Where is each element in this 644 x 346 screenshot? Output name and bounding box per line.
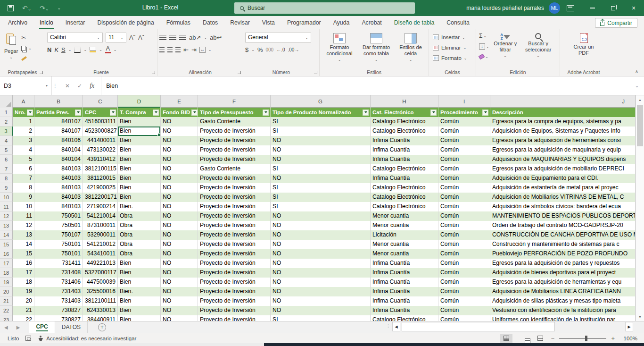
cell-G19[interactable]: NO bbox=[271, 278, 371, 287]
cell-C17[interactable]: 449221013 bbox=[83, 259, 118, 268]
cell-D3[interactable]: Bien bbox=[118, 127, 161, 136]
cell-H20[interactable]: Infima Cuantía bbox=[371, 287, 438, 296]
cell-E5[interactable]: NO bbox=[161, 145, 198, 155]
scroll-down-icon[interactable]: ▼ bbox=[636, 312, 644, 321]
restore-button[interactable] bbox=[603, 0, 623, 16]
cell-E18[interactable]: NO bbox=[161, 268, 198, 278]
cell-C10[interactable]: 3812200171 bbox=[83, 193, 118, 202]
cell-B7[interactable]: 840103 bbox=[34, 164, 83, 174]
cell-E11[interactable]: NO bbox=[161, 202, 198, 211]
column-header-B[interactable]: B bbox=[34, 95, 83, 108]
row-header-23[interactable]: 23 bbox=[0, 315, 13, 321]
cell-C18[interactable]: 5327000117 bbox=[83, 268, 118, 278]
cell-B21[interactable]: 731403 bbox=[34, 296, 83, 306]
cell-E6[interactable]: NO bbox=[161, 155, 198, 164]
cell-I23[interactable]: Común bbox=[438, 315, 490, 321]
cell-B22[interactable]: 730827 bbox=[34, 306, 83, 315]
align-right-icon[interactable] bbox=[175, 47, 181, 52]
cell-J23[interactable]: Uniformes con identificación de la insti… bbox=[490, 315, 636, 321]
page-layout-view-button[interactable] bbox=[517, 334, 529, 343]
cell-J14[interactable]: CONSTRUCCIÓN DE CANCHA DEPORTIVA DE USO … bbox=[490, 230, 636, 240]
tab-revisar[interactable]: Revisar bbox=[224, 16, 256, 29]
cell-B18[interactable]: 731408 bbox=[34, 268, 83, 278]
cell-B9[interactable]: 840103 bbox=[34, 183, 83, 193]
cell-J9[interactable]: Adquisición de estantería de metal para … bbox=[490, 183, 636, 193]
cell-H7[interactable]: Catalogo Electrónico bbox=[371, 164, 438, 174]
cell-J12[interactable]: MANTENIMIENTO DE ESPACIOS PUBLICOS DEPOR… bbox=[490, 211, 636, 221]
table-header-cell[interactable]: Partida Pres. bbox=[34, 108, 83, 117]
filter-dropdown-icon[interactable] bbox=[191, 110, 198, 116]
cell-B11[interactable]: 840103 bbox=[34, 202, 83, 211]
conditional-formatting-button[interactable]: Formato condicional⌄ bbox=[322, 31, 357, 68]
cell-F6[interactable]: Proyecto de Inversión bbox=[198, 155, 271, 164]
minimize-button[interactable] bbox=[582, 0, 603, 16]
cell-D4[interactable]: Bien bbox=[118, 136, 161, 145]
cell-F11[interactable]: Proyecto de Inversión bbox=[198, 202, 271, 211]
cell-F19[interactable]: Proyecto de Inversión bbox=[198, 278, 271, 287]
scroll-up-icon[interactable]: ▲ bbox=[636, 95, 644, 104]
row-header-4[interactable]: 4 bbox=[0, 136, 13, 145]
cell-A20[interactable]: 19 bbox=[13, 287, 34, 296]
decrease-indent-icon[interactable]: ⇤ bbox=[183, 46, 189, 53]
font-name-select[interactable]: Calibri⌄ bbox=[47, 33, 103, 42]
cell-G14[interactable]: NO bbox=[271, 230, 371, 240]
underline-button[interactable]: S bbox=[61, 46, 66, 53]
sheet-tab-datos[interactable]: DATOS bbox=[55, 321, 88, 333]
increase-indent-icon[interactable]: ⇥ bbox=[191, 46, 197, 53]
cell-I19[interactable]: Común bbox=[438, 278, 490, 287]
column-header-G[interactable]: G bbox=[271, 95, 371, 108]
column-header-H[interactable]: H bbox=[371, 95, 438, 108]
cell-I20[interactable]: Común bbox=[438, 287, 490, 296]
cell-E17[interactable]: NO bbox=[161, 259, 198, 268]
cell-J8[interactable]: Adquisición de Equipamiento para el CDI. bbox=[490, 174, 636, 183]
cell-G12[interactable]: NO bbox=[271, 211, 371, 221]
cell-E3[interactable]: NO bbox=[161, 127, 198, 136]
cell-B13[interactable]: 750501 bbox=[34, 221, 83, 230]
row-header-7[interactable]: 7 bbox=[0, 164, 13, 174]
cell-D17[interactable]: Bien bbox=[118, 259, 161, 268]
cell-D15[interactable]: Obra bbox=[118, 240, 161, 249]
cell-G20[interactable]: NO bbox=[271, 287, 371, 296]
cell-A19[interactable]: 18 bbox=[13, 278, 34, 287]
cell-C23[interactable]: 384400911 bbox=[83, 315, 118, 321]
cell-F23[interactable]: Proyecto de Inversión bbox=[198, 315, 271, 321]
cell-styles-button[interactable]: Estilos de celda⌄ bbox=[395, 31, 426, 68]
avatar[interactable]: ML bbox=[549, 2, 560, 14]
row-header-15[interactable]: 15 bbox=[0, 240, 13, 249]
cell-J5[interactable]: Egresos para la adquisición de maquinari… bbox=[490, 145, 636, 155]
cell-H13[interactable]: Menor cuantia bbox=[371, 221, 438, 230]
table-header-cell[interactable]: T. Compra bbox=[118, 108, 161, 117]
cell-C6[interactable]: 439110412 bbox=[83, 155, 118, 164]
cell-I8[interactable]: Común bbox=[438, 174, 490, 183]
cell-A7[interactable]: 6 bbox=[13, 164, 34, 174]
cell-D20[interactable]: Bien. bbox=[118, 287, 161, 296]
cell-E23[interactable]: NO bbox=[161, 315, 198, 321]
cell-F2[interactable]: Gasto Corriente bbox=[198, 117, 271, 127]
cell-J3[interactable]: Adquisicion de Equipos, Sistemas y Paque… bbox=[490, 127, 636, 136]
table-header-cell[interactable]: Tipo de Producto Normalizado bbox=[271, 108, 371, 117]
cell-H9[interactable]: Catalogo Electrónico bbox=[371, 183, 438, 193]
cell-A3[interactable]: 2 bbox=[13, 127, 34, 136]
tab-acrobat[interactable]: Acrobat bbox=[355, 16, 388, 29]
filter-dropdown-icon[interactable] bbox=[27, 110, 33, 116]
cell-A6[interactable]: 5 bbox=[13, 155, 34, 164]
cell-C12[interactable]: 541210014 bbox=[83, 211, 118, 221]
table-header-cell[interactable]: Procedimiento bbox=[438, 108, 490, 117]
cell-E12[interactable]: NO bbox=[161, 211, 198, 221]
scroll-left-icon[interactable]: ◀ bbox=[392, 322, 400, 331]
row-header-17[interactable]: 17 bbox=[0, 259, 13, 268]
orientation-button[interactable]: ab↗ bbox=[189, 34, 201, 41]
name-box-splitter[interactable]: ⋮ bbox=[52, 76, 58, 95]
cell-H22[interactable]: Infima Cuantía bbox=[371, 306, 438, 315]
cell-E19[interactable]: NO bbox=[161, 278, 198, 287]
row-header-9[interactable]: 9 bbox=[0, 183, 13, 193]
name-box[interactable]: D3▾ bbox=[0, 76, 52, 95]
font-color-button[interactable]: A bbox=[105, 46, 111, 53]
bold-button[interactable]: N bbox=[47, 46, 51, 53]
cell-I15[interactable]: Común bbox=[438, 240, 490, 249]
cell-B23[interactable]: 730827 bbox=[34, 315, 83, 321]
undo-icon[interactable]: ↶⌄ bbox=[22, 4, 31, 12]
customize-qat-icon[interactable]: ⌄ bbox=[58, 6, 61, 10]
align-center-icon[interactable] bbox=[167, 47, 173, 52]
paste-button[interactable]: Pegar⌄ bbox=[2, 31, 20, 68]
